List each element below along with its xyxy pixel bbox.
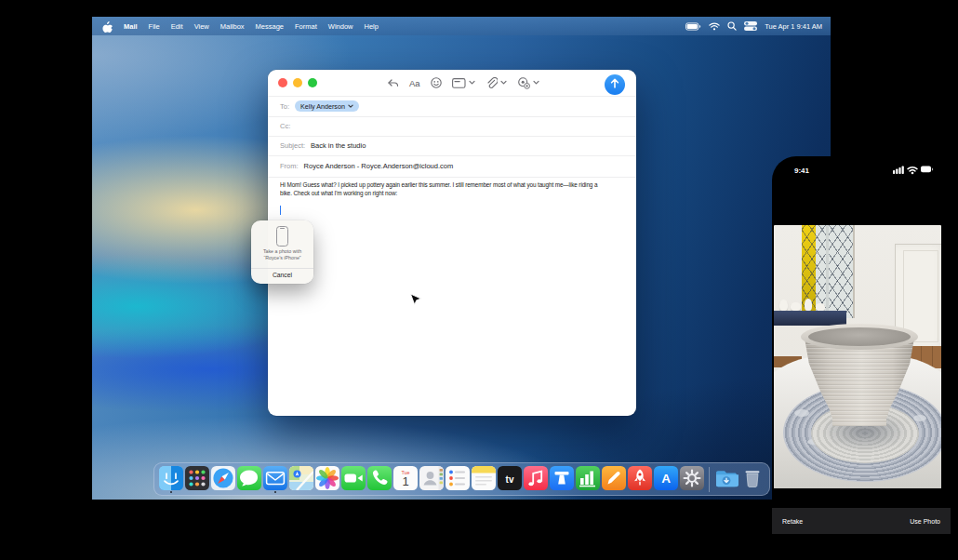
- facetime-icon[interactable]: [341, 465, 366, 493]
- svg-text:A: A: [661, 472, 671, 486]
- rocket-icon[interactable]: [628, 465, 652, 493]
- undo-button[interactable]: [387, 78, 399, 88]
- system-settings-app-tile: [680, 466, 704, 490]
- menu-item-mailbox[interactable]: Mailbox: [215, 22, 250, 31]
- apple-tv-app-tile: tv: [498, 466, 522, 490]
- attach-button[interactable]: [486, 77, 507, 89]
- retake-button[interactable]: Retake: [782, 518, 803, 525]
- launchpad-icon[interactable]: [185, 465, 209, 493]
- recipient-name: Kelly Anderson: [300, 102, 345, 111]
- keynote-app-tile: [550, 466, 574, 490]
- from-label: From:: [280, 162, 299, 170]
- header-fields-button[interactable]: [452, 78, 475, 88]
- music-icon[interactable]: [524, 465, 548, 493]
- safari-app-tile: [211, 466, 235, 490]
- pot-body: [801, 337, 918, 426]
- keynote-icon[interactable]: [550, 465, 574, 493]
- system-settings-icon[interactable]: [680, 465, 704, 493]
- menu-item-format[interactable]: Format: [289, 22, 323, 31]
- reminders-icon[interactable]: [446, 465, 470, 493]
- from-field[interactable]: From: Royce Anderson - Royce.Anderson@ic…: [268, 155, 636, 177]
- cancel-button[interactable]: Cancel: [251, 272, 313, 278]
- iphone-status-bar: 9:41: [772, 164, 958, 177]
- camera-preview: [774, 225, 941, 488]
- safari-icon[interactable]: [211, 465, 235, 493]
- body-line: Hi Mom! Guess what? I picked up pottery …: [280, 180, 627, 189]
- apple-menu[interactable]: [102, 20, 118, 33]
- control-center-icon[interactable]: [744, 21, 757, 31]
- photos-app-tile: [315, 466, 339, 490]
- photos-icon[interactable]: [315, 465, 339, 493]
- zoom-button[interactable]: [308, 78, 317, 87]
- cc-field[interactable]: Cc:: [268, 116, 636, 136]
- menu-item-edit[interactable]: Edit: [166, 22, 189, 31]
- clay-pot: [801, 324, 918, 428]
- menu-item-window[interactable]: Window: [323, 22, 359, 31]
- running-indicator: [170, 491, 172, 493]
- insert-media-icon: [517, 77, 530, 89]
- subject-value: Back in the studio: [311, 141, 366, 150]
- menu-bar-left: MailFileEditViewMailboxMessageFormatWind…: [92, 20, 384, 33]
- iphone-status-icons: [893, 162, 934, 179]
- send-button[interactable]: [605, 74, 625, 95]
- messages-app-tile: [237, 466, 261, 490]
- menu-item-message[interactable]: Message: [250, 22, 289, 31]
- menu-item-mail[interactable]: Mail: [118, 22, 143, 31]
- numbers-icon[interactable]: [576, 465, 600, 493]
- cc-label: Cc:: [280, 122, 290, 130]
- mail-icon[interactable]: [263, 465, 287, 493]
- reminders-app-tile: [446, 466, 470, 490]
- menu-item-file[interactable]: File: [143, 22, 166, 31]
- messages-icon[interactable]: [237, 465, 261, 493]
- subject-field[interactable]: Subject: Back in the studio: [268, 136, 636, 155]
- svg-text:1: 1: [402, 474, 408, 488]
- finder-app-tile: [159, 466, 183, 490]
- rocket-app-tile: [628, 466, 652, 490]
- battery-icon[interactable]: [685, 22, 701, 31]
- insert-media-button[interactable]: [517, 77, 539, 89]
- menu-bar: MailFileEditViewMailboxMessageFormatWind…: [92, 17, 831, 35]
- app-store-icon[interactable]: A: [654, 465, 678, 493]
- mail-app-tile: [263, 466, 287, 490]
- menu-item-help[interactable]: Help: [358, 22, 383, 31]
- minimize-button[interactable]: [293, 78, 302, 87]
- cellular-wifi-battery-icons: [893, 162, 934, 179]
- iphone-clock: 9:41: [794, 167, 809, 175]
- mouse-pointer-icon: [409, 293, 421, 311]
- calendar-icon[interactable]: Tue1: [393, 465, 418, 493]
- format-button[interactable]: Aa: [409, 78, 420, 88]
- subject-label: Subject:: [280, 141, 305, 150]
- trash-icon[interactable]: [740, 465, 765, 493]
- continuity-camera-popup: Take a photo with “Royce’s iPhone” Cance…: [251, 220, 313, 284]
- message-body[interactable]: Hi Mom! Guess what? I picked up pottery …: [280, 180, 627, 198]
- downloads-folder-icon[interactable]: [714, 465, 738, 493]
- notes-icon[interactable]: [472, 465, 496, 493]
- menu-clock[interactable]: Tue Apr 1 9:41 AM: [765, 22, 822, 31]
- iphone-icon: [276, 226, 288, 247]
- finder-icon[interactable]: [159, 465, 183, 493]
- apple-icon: [102, 20, 113, 33]
- dock-divider: [709, 467, 710, 492]
- phone-icon[interactable]: [367, 465, 392, 493]
- emoji-button[interactable]: [431, 77, 442, 88]
- compose-toolbar: Aa: [387, 74, 539, 91]
- numbers-app-tile: [576, 466, 600, 490]
- running-indicator: [274, 491, 276, 493]
- apple-tv-icon[interactable]: tv: [498, 465, 522, 493]
- downloads-folder-app-tile: [714, 466, 738, 490]
- use-photo-button[interactable]: Use Photo: [910, 518, 940, 525]
- pages-icon[interactable]: [602, 465, 626, 493]
- svg-text:tv: tv: [506, 474, 514, 485]
- to-field[interactable]: To: Kelly Anderson: [268, 96, 636, 116]
- mac-desktop: MailFileEditViewMailboxMessageFormatWind…: [92, 17, 831, 500]
- popup-message-line1: Take a photo with: [251, 248, 313, 255]
- maps-icon[interactable]: [289, 465, 313, 493]
- menu-item-view[interactable]: View: [189, 22, 215, 31]
- recipient-pill[interactable]: Kelly Anderson: [295, 100, 359, 112]
- contacts-icon[interactable]: [419, 465, 444, 493]
- launchpad-app-tile: [185, 466, 209, 490]
- close-button[interactable]: [278, 78, 287, 87]
- wifi-icon[interactable]: [709, 22, 720, 31]
- search-icon[interactable]: [727, 21, 737, 31]
- pages-app-tile: [602, 466, 626, 490]
